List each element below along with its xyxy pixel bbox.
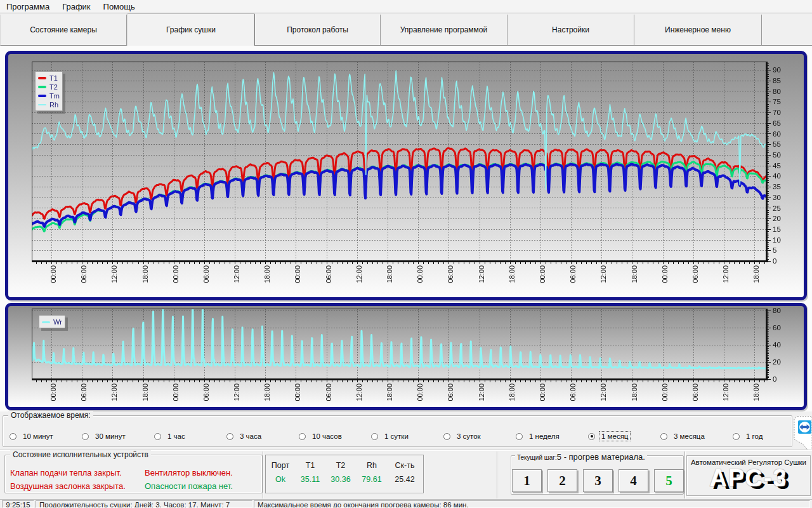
temperature-humidity-chart-panel: T1 T2 Tm Rh [5,51,807,300]
radio-label: 1 год [743,431,765,441]
radio-label: 30 минут [93,431,128,441]
current-step-title: Текущий шаг:5 - прогрев материала. [515,451,647,462]
time-option-8[interactable]: 1 неделя [516,431,562,441]
separator [263,451,264,498]
sensor-readings-table: Порт T1 T2 Rh Ск-ть Ok 35.11 30.36 79.61… [265,455,424,493]
displayed-time-groupbox: Отображаемое время: 10 минут30 минут1 ча… [3,415,792,447]
speed-value: 25.42 [388,475,422,484]
drying-duration-cell: Продолжительность сушки: Дней: 3, Часов:… [36,500,252,508]
t2-line-sample [38,86,46,88]
t1-line-sample [38,77,46,79]
displayed-time-title: Отображаемое время: [8,411,93,420]
radio-circle[interactable] [226,433,233,440]
time-range-strip: Отображаемое время: 10 минут30 минут1 ча… [0,411,812,450]
time-option-7[interactable]: 3 суток [443,431,483,441]
col-rh: Rh [356,461,388,470]
time-option-3[interactable]: 1 час [154,431,188,441]
legend-label-t2: T2 [49,83,58,91]
radio-label: 3 суток [454,431,483,441]
fan-speed-chart-panel: Wr [5,303,807,410]
legend-label-wr: Wr [53,318,62,326]
radio-label: 1 месяц [599,431,631,441]
time-option-2[interactable]: 30 минут [82,431,128,441]
teamviewer-popup[interactable] [794,416,812,452]
radio-label: 3 часа [237,431,264,441]
tab-engineer-menu[interactable]: Инженерное меню [634,15,762,46]
radio-circle[interactable] [371,433,378,440]
radio-circle[interactable] [154,433,161,440]
time-option-5[interactable]: 10 часов [299,431,344,441]
time-option-6[interactable]: 1 сутки [371,431,411,441]
menu-bar: Программа График Помощь [0,0,812,13]
menu-help[interactable]: Помощь [97,1,141,13]
step-button-2[interactable]: 2 [547,469,577,492]
sensor-table-header-row: Порт T1 T2 Rh Ск-ть [266,461,423,470]
tab-program-control[interactable]: Управление программой [381,15,508,46]
time-option-10[interactable]: 3 месяца [660,431,707,441]
chart2-legend: Wr [39,315,65,328]
tab-chamber-state[interactable]: Состояние камеры [0,15,127,46]
chart1-legend: T1 T2 Tm Rh [35,71,63,111]
radio-circle[interactable] [588,433,595,440]
brand-panel: Автоматический Регулятор Сушки АРС-3 [686,455,811,496]
temperature-humidity-chart[interactable] [8,54,804,297]
max-warmup-time-cell: Максимальное время до окончания прогрева… [254,500,810,508]
legend-item-tm: Tm [38,91,60,100]
radio-circle[interactable] [299,433,306,440]
devices-state-title: Состояние исполнительных устройств [10,450,151,459]
tm-line-sample [38,95,46,97]
radio-circle[interactable] [443,433,450,440]
radio-circle[interactable] [82,433,89,440]
col-t1: T1 [295,461,325,470]
separator [684,451,686,498]
step-button-1[interactable]: 1 [512,469,542,492]
step-title-prefix: Текущий шаг: [517,454,557,461]
tab-bar-filler [762,15,812,46]
chart-page: T1 T2 Tm Rh Wr [0,46,812,411]
tab-settings[interactable]: Настройки [508,15,634,46]
legend-item-t1: T1 [38,74,60,83]
time-option-1[interactable]: 10 минут [10,431,56,441]
legend-item-t2: T2 [38,83,60,91]
radio-label: 1 час [165,431,188,441]
t1-value: 35.11 [295,475,325,484]
step-button-5[interactable]: 5 [654,469,684,492]
menu-chart[interactable]: График [56,1,96,13]
legend-label-rh: Rh [49,100,58,109]
menu-program[interactable]: Программа [0,1,56,13]
radio-circle[interactable] [516,433,523,440]
sensor-table-value-row: Ok 35.11 30.36 79.61 25.42 [266,475,423,484]
col-t2: T2 [325,461,356,470]
teamviewer-bubble [794,416,812,452]
heat-valve-status: Клапан подачи тепла закрыт. [10,468,122,478]
apc3-drying-regulator-window: {"menu":{"items":[{"label":"Программа"},… [0,0,812,508]
fan-speed-chart[interactable] [8,306,804,407]
radio-label: 10 часов [310,431,344,441]
legend-label-tm: Tm [49,91,60,100]
legend-item-rh: Rh [38,100,60,109]
tab-drying-chart[interactable]: График сушки [127,13,255,46]
radio-circle[interactable] [733,433,740,440]
fire-danger-status: Опасности пожара нет. [145,481,233,491]
status-bar: 9:25:15 Продолжительность сушки: Дней: 3… [0,499,812,508]
radio-circle[interactable] [660,433,667,440]
rh-line-sample [38,104,46,105]
rh-value: 79.61 [356,475,388,484]
t2-value: 30.36 [325,475,356,484]
step-button-3[interactable]: 3 [583,469,613,492]
fan-status: Вентилятор выключен. [145,468,233,478]
legend-label-t1: T1 [49,74,58,83]
radio-label: 1 неделя [527,431,562,441]
col-speed: Ск-ть [388,461,422,470]
time-option-9[interactable]: 1 месяц [588,431,631,441]
time-option-4[interactable]: 3 часа [226,431,264,441]
radio-label: 10 минут [20,431,56,441]
step-button-4[interactable]: 4 [619,469,648,492]
time-option-11[interactable]: 1 год [733,431,765,441]
current-step-groupbox: Текущий шаг:5 - прогрев материала. 1 2 3… [511,455,684,495]
step-title-text: 5 - прогрев материала. [557,452,645,462]
radio-circle[interactable] [10,433,16,440]
port-value: Ok [266,475,295,484]
devices-state-groupbox: Состояние исполнительных устройств Клапа… [4,455,263,493]
tab-work-protocol[interactable]: Протокол работы [255,15,381,46]
